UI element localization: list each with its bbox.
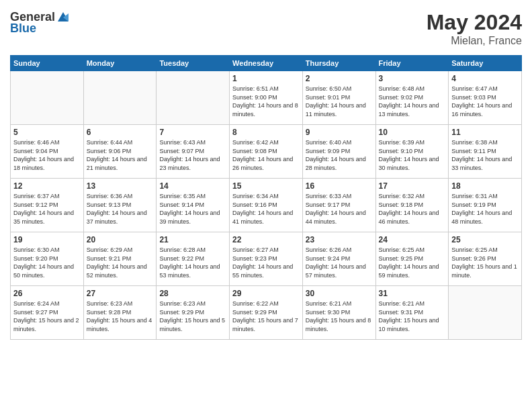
- logo-blue: Blue: [10, 21, 36, 36]
- calendar-cell: 31Sunrise: 6:21 AM Sunset: 9:31 PM Dayli…: [375, 286, 449, 340]
- day-info: Sunrise: 6:25 AM Sunset: 9:25 PM Dayligh…: [379, 246, 446, 279]
- day-number: 20: [87, 235, 154, 244]
- day-info: Sunrise: 6:31 AM Sunset: 9:19 PM Dayligh…: [451, 192, 519, 226]
- day-number: 27: [87, 289, 154, 298]
- day-number: 5: [13, 128, 81, 137]
- logo-icon: [56, 11, 70, 24]
- logo: General Blue: [10, 10, 70, 36]
- calendar-cell: 21Sunrise: 6:28 AM Sunset: 9:22 PM Dayli…: [157, 232, 230, 286]
- calendar-cell: [449, 286, 522, 340]
- calendar-table: SundayMondayTuesdayWednesdayThursdayFrid…: [10, 55, 522, 340]
- day-number: 10: [379, 128, 446, 137]
- day-number: 17: [379, 181, 446, 191]
- calendar-cell: [157, 71, 230, 125]
- day-number: 2: [306, 74, 373, 83]
- weekday-header-tuesday: Tuesday: [157, 56, 230, 71]
- calendar-cell: 2Sunrise: 6:50 AM Sunset: 9:01 PM Daylig…: [302, 71, 375, 125]
- day-info: Sunrise: 6:39 AM Sunset: 9:10 PM Dayligh…: [379, 138, 446, 172]
- day-number: 25: [451, 235, 519, 244]
- day-info: Sunrise: 6:44 AM Sunset: 9:06 PM Dayligh…: [87, 138, 154, 172]
- calendar-cell: 23Sunrise: 6:26 AM Sunset: 9:24 PM Dayli…: [302, 232, 375, 286]
- day-number: 16: [306, 181, 373, 191]
- calendar-cell: 27Sunrise: 6:23 AM Sunset: 9:28 PM Dayli…: [83, 286, 157, 340]
- page-header: General Blue May 2024 Mielan, France: [10, 10, 522, 47]
- day-info: Sunrise: 6:24 AM Sunset: 9:27 PM Dayligh…: [13, 300, 81, 333]
- day-number: 24: [379, 235, 446, 244]
- day-number: 6: [87, 128, 154, 137]
- calendar-cell: 15Sunrise: 6:34 AM Sunset: 9:16 PM Dayli…: [230, 179, 303, 232]
- day-info: Sunrise: 6:48 AM Sunset: 9:02 PM Dayligh…: [379, 85, 446, 118]
- day-number: 7: [159, 128, 226, 137]
- day-info: Sunrise: 6:28 AM Sunset: 9:22 PM Dayligh…: [159, 246, 226, 279]
- day-info: Sunrise: 6:22 AM Sunset: 9:29 PM Dayligh…: [232, 300, 300, 333]
- calendar-cell: 5Sunrise: 6:46 AM Sunset: 9:04 PM Daylig…: [11, 125, 84, 179]
- calendar-cell: 25Sunrise: 6:25 AM Sunset: 9:26 PM Dayli…: [449, 232, 522, 286]
- calendar-week-row: 19Sunrise: 6:30 AM Sunset: 9:20 PM Dayli…: [11, 232, 522, 286]
- weekday-header-friday: Friday: [375, 56, 449, 71]
- calendar-cell: 14Sunrise: 6:35 AM Sunset: 9:14 PM Dayli…: [157, 179, 230, 232]
- day-number: 29: [232, 289, 300, 298]
- day-number: 4: [451, 74, 519, 83]
- day-number: 15: [232, 181, 300, 191]
- day-info: Sunrise: 6:23 AM Sunset: 9:28 PM Dayligh…: [87, 300, 154, 333]
- weekday-header-saturday: Saturday: [449, 56, 522, 71]
- calendar-cell: 13Sunrise: 6:36 AM Sunset: 9:13 PM Dayli…: [83, 179, 157, 232]
- calendar-cell: 8Sunrise: 6:42 AM Sunset: 9:08 PM Daylig…: [230, 125, 303, 179]
- day-info: Sunrise: 6:29 AM Sunset: 9:21 PM Dayligh…: [87, 246, 154, 279]
- day-info: Sunrise: 6:47 AM Sunset: 9:03 PM Dayligh…: [451, 85, 519, 118]
- day-info: Sunrise: 6:21 AM Sunset: 9:31 PM Dayligh…: [379, 300, 446, 333]
- month-title: May 2024: [427, 10, 522, 35]
- calendar-week-row: 1Sunrise: 6:51 AM Sunset: 9:00 PM Daylig…: [11, 71, 522, 125]
- day-number: 14: [159, 181, 226, 191]
- day-number: 21: [159, 235, 226, 244]
- day-number: 12: [13, 181, 81, 191]
- day-number: 1: [232, 74, 300, 83]
- day-number: 9: [306, 128, 373, 137]
- day-info: Sunrise: 6:30 AM Sunset: 9:20 PM Dayligh…: [13, 246, 81, 279]
- calendar-cell: 29Sunrise: 6:22 AM Sunset: 9:29 PM Dayli…: [230, 286, 303, 340]
- calendar-cell: 18Sunrise: 6:31 AM Sunset: 9:19 PM Dayli…: [449, 179, 522, 232]
- calendar-cell: 28Sunrise: 6:23 AM Sunset: 9:29 PM Dayli…: [157, 286, 230, 340]
- calendar-cell: 16Sunrise: 6:33 AM Sunset: 9:17 PM Dayli…: [302, 179, 375, 232]
- day-info: Sunrise: 6:26 AM Sunset: 9:24 PM Dayligh…: [306, 246, 373, 279]
- calendar-cell: [11, 71, 84, 125]
- weekday-header-row: SundayMondayTuesdayWednesdayThursdayFrid…: [11, 56, 522, 71]
- day-number: 31: [379, 289, 446, 298]
- calendar-cell: 19Sunrise: 6:30 AM Sunset: 9:20 PM Dayli…: [11, 232, 84, 286]
- day-number: 18: [451, 181, 519, 191]
- day-number: 11: [451, 128, 519, 137]
- calendar-cell: 4Sunrise: 6:47 AM Sunset: 9:03 PM Daylig…: [449, 71, 522, 125]
- day-number: 13: [87, 181, 154, 191]
- calendar-cell: 1Sunrise: 6:51 AM Sunset: 9:00 PM Daylig…: [230, 71, 303, 125]
- day-number: 3: [379, 74, 446, 83]
- day-info: Sunrise: 6:32 AM Sunset: 9:18 PM Dayligh…: [379, 192, 446, 226]
- day-info: Sunrise: 6:37 AM Sunset: 9:12 PM Dayligh…: [13, 192, 81, 226]
- calendar-cell: 12Sunrise: 6:37 AM Sunset: 9:12 PM Dayli…: [11, 179, 84, 232]
- day-info: Sunrise: 6:42 AM Sunset: 9:08 PM Dayligh…: [232, 138, 300, 172]
- day-info: Sunrise: 6:46 AM Sunset: 9:04 PM Dayligh…: [13, 138, 81, 172]
- calendar-week-row: 12Sunrise: 6:37 AM Sunset: 9:12 PM Dayli…: [11, 179, 522, 232]
- day-info: Sunrise: 6:50 AM Sunset: 9:01 PM Dayligh…: [306, 85, 373, 118]
- title-block: May 2024 Mielan, France: [427, 10, 522, 47]
- calendar-cell: 24Sunrise: 6:25 AM Sunset: 9:25 PM Dayli…: [375, 232, 449, 286]
- calendar-cell: 11Sunrise: 6:38 AM Sunset: 9:11 PM Dayli…: [449, 125, 522, 179]
- calendar-cell: 3Sunrise: 6:48 AM Sunset: 9:02 PM Daylig…: [375, 71, 449, 125]
- day-info: Sunrise: 6:38 AM Sunset: 9:11 PM Dayligh…: [451, 138, 519, 172]
- day-info: Sunrise: 6:35 AM Sunset: 9:14 PM Dayligh…: [159, 192, 226, 226]
- day-number: 28: [159, 289, 226, 298]
- day-info: Sunrise: 6:51 AM Sunset: 9:00 PM Dayligh…: [232, 85, 300, 118]
- day-number: 23: [306, 235, 373, 244]
- day-number: 22: [232, 235, 300, 244]
- weekday-header-thursday: Thursday: [302, 56, 375, 71]
- day-number: 30: [306, 289, 373, 298]
- weekday-header-monday: Monday: [83, 56, 157, 71]
- day-info: Sunrise: 6:40 AM Sunset: 9:09 PM Dayligh…: [306, 138, 373, 172]
- calendar-cell: 6Sunrise: 6:44 AM Sunset: 9:06 PM Daylig…: [83, 125, 157, 179]
- day-number: 26: [13, 289, 81, 298]
- calendar-cell: 10Sunrise: 6:39 AM Sunset: 9:10 PM Dayli…: [375, 125, 449, 179]
- calendar-week-row: 26Sunrise: 6:24 AM Sunset: 9:27 PM Dayli…: [11, 286, 522, 340]
- day-info: Sunrise: 6:25 AM Sunset: 9:26 PM Dayligh…: [451, 246, 519, 279]
- calendar-cell: 20Sunrise: 6:29 AM Sunset: 9:21 PM Dayli…: [83, 232, 157, 286]
- calendar-cell: 9Sunrise: 6:40 AM Sunset: 9:09 PM Daylig…: [302, 125, 375, 179]
- calendar-cell: 7Sunrise: 6:43 AM Sunset: 9:07 PM Daylig…: [157, 125, 230, 179]
